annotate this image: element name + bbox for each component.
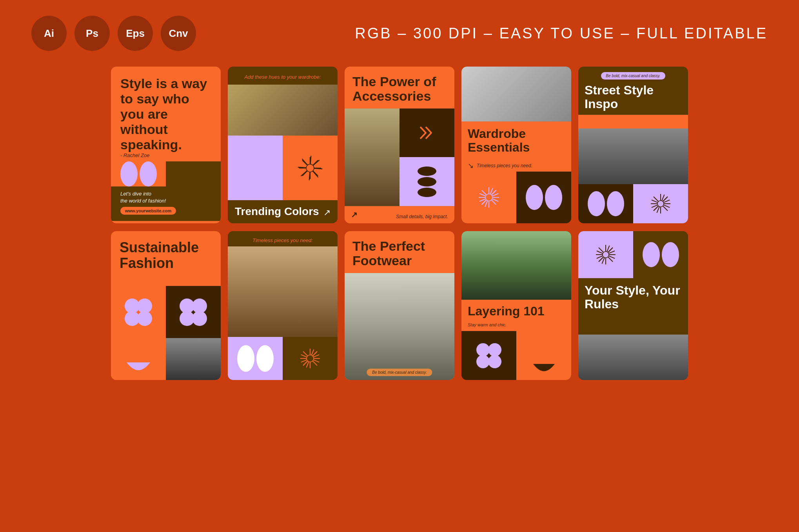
street-sunburst-icon [648, 191, 674, 217]
street-photo [578, 128, 688, 184]
street-sunburst-cell [633, 184, 688, 223]
flower-icon-orange [123, 297, 153, 327]
timeless-ovals [237, 345, 274, 372]
svg-point-26 [657, 201, 664, 207]
arrow-icon: ↗ [323, 208, 330, 218]
to-1 [237, 345, 254, 372]
hourglass-icon [245, 154, 265, 182]
timeless-photo [228, 246, 338, 337]
footwear-title: The Perfect Footwear [345, 231, 454, 273]
badge-ps[interactable]: Ps [74, 16, 110, 51]
so1 [588, 191, 605, 216]
wardrobe-sunburst-cell [461, 172, 516, 223]
card-street-style: Be bold, mix-casual and classy. Street S… [578, 67, 688, 223]
stacked-ovals-cell [400, 157, 454, 206]
row-1: Style is a way to say who you are withou… [24, 67, 775, 223]
bowl-icon [125, 360, 152, 376]
trending-title: Trending Colors [235, 206, 319, 218]
wardrobe-ovals [526, 185, 562, 210]
street-ovals [588, 191, 624, 216]
badge-cnv[interactable]: Cnv [161, 16, 196, 51]
timeless-sunburst-icon [298, 346, 323, 371]
timeless-bottom-grid [228, 337, 338, 380]
chevrons-cell [400, 109, 454, 157]
flower-dark-cell [166, 286, 221, 338]
chevrons-icon [417, 123, 437, 143]
layering-title: Layering 101 [468, 304, 565, 318]
timeless-sunburst-cell [283, 337, 338, 380]
fashion-text: the world of fashion! [120, 198, 211, 204]
card-style-quote: Style is a way to say who you are withou… [111, 67, 221, 223]
svg-point-34 [192, 311, 207, 326]
layering-bottom-grid [461, 331, 571, 380]
bottom-arrow-icon: ↗ [351, 210, 358, 219]
your-style-top-grid [578, 231, 688, 278]
photo-man [166, 161, 221, 186]
oval-item-2 [418, 177, 436, 186]
quote-text: Style is a way to say who you are withou… [120, 76, 211, 152]
header-tagline: RGB – 300 DPI – EASY TO USE – FULL EDITA… [355, 25, 768, 42]
card-power-accessories: The Power of Accessories [345, 67, 454, 223]
sunburst-cell [283, 136, 338, 200]
bowl-orange-icon [531, 362, 557, 377]
layering-flower-icon [475, 342, 503, 369]
yso-2 [662, 242, 679, 267]
power-title-section: The Power of Accessories [345, 67, 454, 109]
svg-point-44 [476, 343, 490, 356]
wo-1 [526, 185, 543, 210]
cards-area: Style is a way to say who you are withou… [0, 59, 799, 388]
badge-eps[interactable]: Eps [118, 16, 153, 51]
street-ovals-cell [578, 184, 633, 223]
wardrobe-arrow-row: ↘ Timeless pieces you need. [461, 160, 571, 172]
svg-point-46 [476, 355, 490, 368]
wardrobe-ovals-cell [516, 172, 571, 223]
row-2: Sustainable Fashion [24, 231, 775, 380]
wardrobe-photo [461, 67, 571, 121]
bowl-orange-cell [111, 338, 166, 380]
card-perfect-footwear: The Perfect Footwear Be bold, mix-casual… [345, 231, 454, 380]
layering-bowl-cell [516, 331, 571, 380]
timeless-top: Timeless pieces you need: [228, 231, 338, 246]
flower-icon-dark [178, 297, 208, 327]
card-sustainable-fashion: Sustainable Fashion [111, 231, 221, 380]
svg-point-30 [137, 311, 152, 326]
timeless-text: Timeless pieces you need. [477, 163, 532, 168]
accessories-photo [345, 109, 400, 206]
oval-2 [140, 161, 157, 186]
street-bottom-grid [578, 184, 688, 223]
yso-1 [643, 242, 660, 267]
be-bold-pill: Be bold, mix-casual and classy. [367, 369, 432, 376]
wo-2 [545, 185, 562, 210]
wardrobe-orange-section: Wardrobe Essentials [461, 121, 571, 160]
sunburst-icon [296, 154, 324, 182]
hourglass-cell [228, 136, 283, 200]
badge-group: Ai Ps Eps Cnv [31, 16, 196, 51]
layering-italic-section: Stay warm and chic. [461, 321, 571, 331]
svg-point-8 [306, 164, 314, 172]
wardrobe-sunburst-icon [476, 184, 502, 211]
header: Ai Ps Eps Cnv RGB – 300 DPI – EASY TO US… [0, 0, 799, 59]
timeless-italic-text: Timeless pieces you need: [236, 237, 330, 243]
street-orange-bar [578, 115, 688, 128]
author-text: - Rachel Zoe [120, 152, 211, 158]
street-pill-area: Be bold, mix-casual and classy. [578, 67, 688, 80]
your-style-ovals [643, 242, 679, 267]
trending-top: Add these hues to your wardrobe: [228, 67, 338, 85]
oval-item-3 [418, 188, 436, 197]
accessories-footer: ↗ Small details, big impact. [345, 206, 454, 223]
arrow-down-right: ↘ [468, 161, 474, 170]
oval-1 [120, 161, 138, 186]
power-title: The Power of Accessories [352, 74, 447, 104]
badge-ai[interactable]: Ai [31, 16, 67, 51]
ovals-group [120, 161, 157, 186]
wardrobe-title: Wardrobe Essentials [468, 127, 565, 154]
layering-flowers-cell [461, 331, 516, 380]
your-style-sunburst-icon [593, 242, 619, 268]
website-button[interactable]: www.yourwebsite.com [120, 207, 176, 215]
street-title: Street Style Inspo [578, 80, 688, 115]
dive-text: Let's dive into [120, 190, 211, 197]
trending-label: Trending Colors ↗ [228, 200, 338, 223]
card-your-style: Your Style, Your Rules [578, 231, 688, 380]
sust-photo-cell [166, 338, 221, 380]
your-style-title: Your Style, Your Rules [578, 278, 688, 335]
